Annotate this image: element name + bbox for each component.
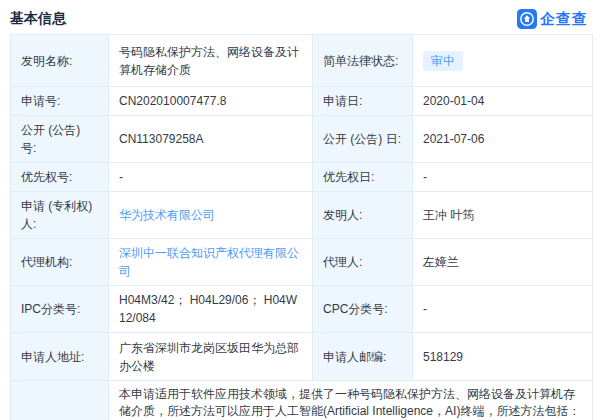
agency-cell: 深圳中一联合知识产权代理有限公司 [109,239,313,286]
basic-info-table: 发明名称: 号码隐私保护方法、网络设备及计算机存储介质 简单法律状态: 审中 申… [10,34,593,420]
table-row-applicant: 申请 (专利权) 人: 华为技术有限公司 发明人: 王冲 叶筠 [11,192,593,239]
abstract-label: 摘要: [11,381,109,420]
publication-no-label: 公开 (公告) 号: [11,116,109,163]
agency-link[interactable]: 深圳中一联合知识产权代理有限公司 [119,246,299,278]
zip-label: 申请人邮编: [313,333,413,381]
application-date-label: 申请日: [313,87,413,116]
priority-no-label: 优先权号: [11,163,109,192]
table-row-abstract: 摘要: 本申请适用于软件应用技术领域，提供了一种号码隐私保护方法、网络设备及计算… [11,381,593,420]
table-row-priority: 优先权号: - 优先权日: - [11,163,593,192]
invention-name-value: 号码隐私保护方法、网络设备及计算机存储介质 [109,35,313,87]
qichacha-brand: 企查查 [517,9,590,29]
inventors-value: 王冲 叶筠 [413,192,593,239]
legal-status-cell: 审中 [413,35,593,87]
cpc-label: CPC分类号: [313,286,413,333]
status-badge: 审中 [423,51,463,71]
invention-name-label: 发明名称: [11,35,109,87]
table-row-agency: 代理机构: 深圳中一联合知识产权代理有限公司 代理人: 左嫜兰 [11,239,593,286]
application-no-label: 申请号: [11,87,109,116]
ipc-value: H04M3/42； H04L29/06； H04W12/084 [109,286,313,333]
applicant-link[interactable]: 华为技术有限公司 [119,208,215,222]
table-row-address: 申请人地址: 广东省深圳市龙岗区坂田华为总部办公楼 申请人邮编: 518129 [11,333,593,381]
address-label: 申请人地址: [11,333,109,381]
table-row-classification: IPC分类号: H04M3/42； H04L29/06； H04W12/084 … [11,286,593,333]
applicant-label: 申请 (专利权) 人: [11,192,109,239]
publication-date-label: 公开 (公告) 日: [313,116,413,163]
abstract-value: 本申请适用于软件应用技术领域，提供了一种号码隐私保护方法、网络设备及计算机存储介… [109,381,593,420]
patent-basic-info-page: 基本信息 企查查 发明名称: 号码隐私保护方法、网络设备及计算机存储介质 简单法… [0,0,600,420]
address-value: 广东省深圳市龙岗区坂田华为总部办公楼 [109,333,313,381]
brand-name: 企查查 [540,9,588,29]
application-date-value: 2020-01-04 [413,87,593,116]
inventors-label: 发明人: [313,192,413,239]
priority-date-value: - [413,163,593,192]
application-no-value: CN202010007477.8 [109,87,313,116]
publication-date-value: 2021-07-06 [413,116,593,163]
priority-no-value: - [109,163,313,192]
agency-label: 代理机构: [11,239,109,286]
applicant-cell: 华为技术有限公司 [109,192,313,239]
publication-no-value: CN113079258A [109,116,313,163]
agent-label: 代理人: [313,239,413,286]
ipc-label: IPC分类号: [11,286,109,333]
section-title: 基本信息 [10,9,66,27]
table-row-publication-no: 公开 (公告) 号: CN113079258A 公开 (公告) 日: 2021-… [11,116,593,163]
priority-date-label: 优先权日: [313,163,413,192]
cpc-value: - [413,286,593,333]
topbar: 基本信息 企查查 [0,0,600,34]
agent-value: 左嫜兰 [413,239,593,286]
zip-value: 518129 [413,333,593,381]
legal-status-label: 简单法律状态: [313,35,413,87]
qichacha-logo-icon [517,9,537,29]
table-row-invention-name: 发明名称: 号码隐私保护方法、网络设备及计算机存储介质 简单法律状态: 审中 [11,35,593,87]
table-row-application-no: 申请号: CN202010007477.8 申请日: 2020-01-04 [11,87,593,116]
